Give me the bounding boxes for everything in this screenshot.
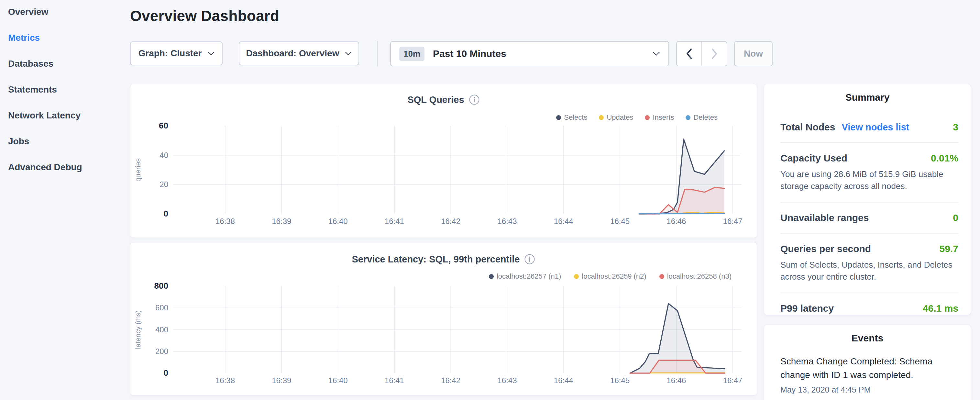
summary-row-description: Sum of Selects, Updates, Inserts, and De…: [780, 259, 958, 283]
svg-text:0: 0: [164, 368, 168, 378]
events-panel: Events Schema Change Completed: Schema c…: [764, 325, 971, 400]
events-title: Events: [764, 325, 970, 344]
svg-text:queries: queries: [134, 158, 142, 182]
summary-row-label: Capacity Used: [780, 153, 847, 164]
now-button[interactable]: Now: [734, 41, 773, 66]
dashboard-dropdown-label: Dashboard: Overview: [246, 48, 339, 59]
summary-row-queries-per-second: Queries per second 59.7 Sum of Selects, …: [780, 233, 958, 293]
time-step-buttons: [676, 41, 727, 66]
event-timestamp: May 13, 2020 at 4:45 PM: [780, 385, 958, 395]
svg-text:16:39: 16:39: [272, 217, 291, 226]
summary-row-total-nodes: Total Nodes View nodes list 3: [780, 112, 958, 142]
sidebar-item-statements[interactable]: Statements: [8, 84, 118, 95]
sidebar-item-databases[interactable]: Databases: [8, 58, 118, 69]
svg-text:16:47: 16:47: [723, 376, 743, 385]
time-range-badge: 10m: [399, 46, 425, 61]
sql-queries-chart[interactable]: 16:3816:3916:4016:4116:4216:4316:4416:45…: [130, 84, 757, 237]
svg-text:16:43: 16:43: [497, 376, 517, 385]
svg-text:16:42: 16:42: [441, 217, 460, 226]
summary-row-unavailable-ranges: Unavailable ranges 0: [780, 202, 958, 233]
svg-text:16:45: 16:45: [610, 217, 630, 226]
step-forward-button[interactable]: [702, 42, 727, 66]
sidebar-item-advanced-debug[interactable]: Advanced Debug: [8, 162, 118, 173]
svg-text:16:41: 16:41: [385, 217, 404, 226]
svg-text:16:40: 16:40: [328, 217, 348, 226]
summary-row-description: You are using 28.6 MiB of 515.9 GiB usab…: [780, 168, 958, 192]
summary-row-label: Queries per second: [780, 243, 871, 254]
dashboard-dropdown[interactable]: Dashboard: Overview: [239, 41, 359, 65]
chevron-down-icon: [345, 51, 352, 56]
svg-text:600: 600: [155, 303, 168, 312]
svg-text:16:38: 16:38: [215, 217, 235, 226]
summary-row-value: 59.7: [940, 243, 958, 254]
admin-ui-page: Overview Metrics Databases Statements Ne…: [0, 0, 980, 400]
svg-text:16:46: 16:46: [667, 376, 686, 385]
chevron-left-icon: [685, 48, 694, 59]
svg-text:16:38: 16:38: [215, 376, 235, 385]
svg-text:16:40: 16:40: [328, 376, 348, 385]
summary-row-capacity-used: Capacity Used 0.01% You are using 28.6 M…: [780, 142, 958, 202]
summary-row-label: P99 latency: [780, 303, 834, 314]
svg-text:400: 400: [155, 325, 168, 334]
service-latency-chart[interactable]: 16:3816:3916:4016:4116:4216:4316:4416:45…: [130, 242, 757, 395]
svg-text:0: 0: [164, 209, 168, 218]
sidebar-item-network-latency[interactable]: Network Latency: [8, 110, 118, 121]
chevron-right-icon: [710, 48, 719, 59]
sql-queries-chart-card: SQL Queries Selects Updates Inserts Dele…: [130, 84, 757, 238]
time-range-selector[interactable]: 10m Past 10 Minutes: [390, 41, 669, 66]
sidebar-item-overview[interactable]: Overview: [8, 6, 118, 18]
event-text: Schema Change Completed: Schema change w…: [780, 355, 958, 382]
view-nodes-list-link[interactable]: View nodes list: [842, 122, 909, 133]
summary-panel: Summary Total Nodes View nodes list 3 Ca…: [764, 84, 971, 315]
svg-text:latency (ms): latency (ms): [134, 310, 142, 349]
time-range-label: Past 10 Minutes: [433, 48, 506, 59]
svg-text:16:41: 16:41: [385, 376, 404, 385]
summary-row-label: Unavailable ranges: [780, 212, 869, 223]
svg-text:16:47: 16:47: [723, 217, 743, 226]
sidebar-item-jobs[interactable]: Jobs: [8, 136, 118, 147]
step-back-button[interactable]: [677, 42, 702, 66]
summary-row-value: 46.1 ms: [923, 303, 958, 314]
svg-text:60: 60: [159, 121, 168, 131]
svg-text:16:39: 16:39: [272, 376, 291, 385]
svg-text:20: 20: [159, 180, 168, 189]
summary-row-value: 0.01%: [931, 153, 958, 164]
summary-row-value: 3: [953, 122, 958, 133]
svg-text:16:42: 16:42: [441, 376, 460, 385]
page-title: Overview Dashboard: [130, 7, 279, 25]
toolbar-divider: [377, 41, 378, 66]
service-latency-chart-card: Service Latency: SQL, 99th percentile lo…: [130, 242, 757, 395]
summary-row-p99-latency: P99 latency 46.1 ms: [780, 293, 958, 324]
summary-row-value: 0: [953, 212, 958, 223]
summary-title: Summary: [764, 84, 970, 103]
graph-source-dropdown[interactable]: Graph: Cluster: [130, 41, 223, 65]
chevron-down-icon: [208, 51, 215, 56]
sidebar: Overview Metrics Databases Statements Ne…: [8, 6, 118, 188]
svg-text:16:44: 16:44: [554, 376, 573, 385]
svg-text:16:43: 16:43: [497, 217, 517, 226]
svg-text:16:44: 16:44: [554, 217, 573, 226]
sidebar-item-metrics[interactable]: Metrics: [8, 32, 118, 43]
graph-source-dropdown-label: Graph: Cluster: [138, 48, 202, 59]
event-list-item[interactable]: Schema Change Completed: Schema change w…: [780, 355, 958, 395]
svg-text:16:45: 16:45: [610, 376, 630, 385]
svg-text:200: 200: [155, 347, 168, 356]
svg-text:40: 40: [159, 151, 168, 159]
svg-text:16:46: 16:46: [667, 217, 686, 226]
summary-row-label: Total Nodes: [780, 122, 835, 133]
svg-text:800: 800: [154, 281, 168, 291]
chevron-down-icon: [652, 51, 660, 56]
